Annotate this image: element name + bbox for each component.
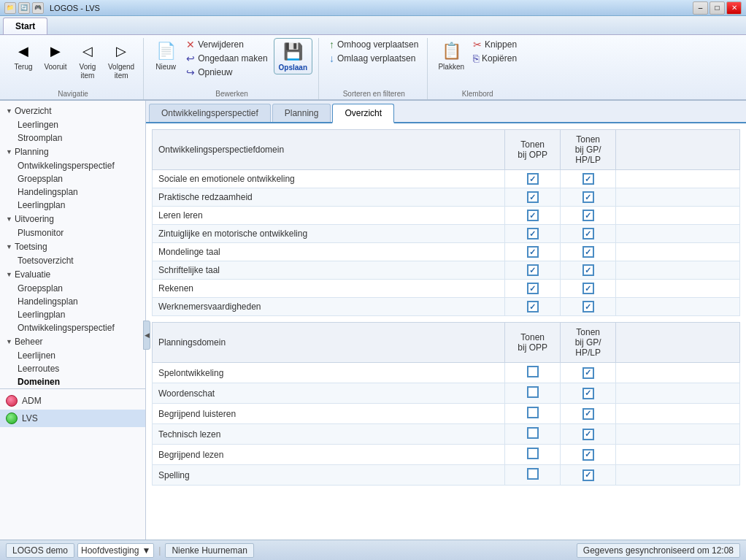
- gp-checkbox[interactable]: [582, 469, 594, 481]
- omhoog-button[interactable]: ↑ Omhoog verplaatsen: [326, 38, 421, 51]
- tab-start[interactable]: Start: [3, 18, 47, 34]
- gp-checkbox[interactable]: [582, 210, 594, 221]
- gp-checkbox[interactable]: [582, 283, 594, 294]
- close-button[interactable]: ✕: [726, 1, 742, 15]
- opp-checkbox[interactable]: [527, 448, 539, 459]
- sidebar-item-eval-handelingsplan[interactable]: Handelingsplan: [0, 295, 145, 308]
- sidebar-item-groepsplan[interactable]: Groepsplan: [0, 172, 145, 185]
- row-opp-check[interactable]: [505, 261, 561, 280]
- row-opp-check[interactable]: [505, 170, 561, 188]
- sidebar-section-beheer[interactable]: ▼ Beheer: [0, 334, 145, 349]
- statusbar-location[interactable]: Hoofdvestiging ▼: [77, 543, 154, 558]
- sidebar-section-uitvoering[interactable]: ▼ Uitvoering: [0, 212, 145, 226]
- maximize-button[interactable]: □: [710, 1, 725, 15]
- opp-checkbox[interactable]: [527, 228, 539, 239]
- opp-checkbox[interactable]: [527, 366, 539, 377]
- row-gp-check[interactable]: [561, 261, 616, 280]
- row-gp-check[interactable]: [561, 404, 616, 424]
- sidebar-item-eval-groepsplan[interactable]: Groepsplan: [0, 282, 145, 295]
- sidebar-section-evaluatie[interactable]: ▼ Evaluatie: [0, 267, 145, 282]
- tab-ontwikkelingsperspectief[interactable]: Ontwikkelingsperspectief: [149, 104, 271, 122]
- gp-checkbox[interactable]: [582, 246, 594, 258]
- row-gp-check[interactable]: [561, 225, 616, 243]
- opp-checkbox[interactable]: [527, 468, 539, 480]
- terug-button[interactable]: ◀ Terug: [9, 38, 38, 73]
- row-gp-check[interactable]: [561, 280, 616, 298]
- opp-checkbox[interactable]: [527, 407, 539, 418]
- opp-checkbox[interactable]: [527, 246, 539, 258]
- gp-checkbox[interactable]: [582, 264, 594, 276]
- row-opp-check[interactable]: [505, 243, 561, 261]
- user-adm[interactable]: ADM: [0, 392, 145, 410]
- gp-checkbox[interactable]: [582, 191, 594, 203]
- omlaag-button[interactable]: ↓ Omlaag verplaatsen: [326, 52, 421, 65]
- sidebar-item-handelingsplan[interactable]: Handelingsplan: [0, 185, 145, 199]
- gp-checkbox[interactable]: [582, 367, 594, 379]
- opp-checkbox[interactable]: [527, 173, 539, 185]
- opp-checkbox[interactable]: [527, 210, 539, 221]
- volgend-item-button[interactable]: ▷ Volgend item: [105, 38, 137, 82]
- tab-planning[interactable]: Planning: [272, 104, 331, 122]
- opp-checkbox[interactable]: [527, 427, 539, 439]
- sidebar-item-leerlijnen[interactable]: Leerlijnen: [0, 349, 145, 362]
- row-gp-check[interactable]: [561, 188, 616, 207]
- row-gp-check[interactable]: [561, 445, 616, 465]
- row-gp-check[interactable]: [561, 383, 616, 404]
- row-gp-check[interactable]: [561, 424, 616, 445]
- sidebar-item-leerlingen[interactable]: Leerlingen: [0, 118, 145, 131]
- sidebar-item-eval-leerlingplan[interactable]: Leerlingplan: [0, 308, 145, 321]
- vorig-item-button[interactable]: ◁ Vorig item: [73, 38, 102, 82]
- row-opp-check[interactable]: [505, 424, 561, 445]
- sidebar-item-ontwikkelingsperspectief[interactable]: Ontwikkelingsperspectief: [0, 159, 145, 172]
- opp-checkbox[interactable]: [527, 283, 539, 294]
- nieuw-button[interactable]: 📄 Nieuw: [151, 38, 180, 73]
- row-opp-check[interactable]: [505, 280, 561, 298]
- sidebar-item-eval-ontwikkelingsperspectief[interactable]: Ontwikkelingsperspectief: [0, 321, 145, 334]
- tab-overzicht[interactable]: Overzicht: [332, 104, 394, 123]
- row-opp-check[interactable]: [505, 363, 561, 383]
- gp-checkbox[interactable]: [582, 301, 594, 312]
- sidebar-section-overzicht[interactable]: ▼ Overzicht: [0, 104, 145, 118]
- row-opp-check[interactable]: [505, 188, 561, 207]
- gp-checkbox[interactable]: [582, 173, 594, 185]
- plakken-button[interactable]: 📋 Plakken: [435, 38, 467, 73]
- gp-checkbox[interactable]: [582, 408, 594, 420]
- opslaan-button[interactable]: 💾 Opslaan: [274, 38, 312, 74]
- row-opp-check[interactable]: [505, 383, 561, 404]
- sidebar-item-domeinen[interactable]: Domeinen: [0, 375, 145, 388]
- row-opp-check[interactable]: [505, 298, 561, 316]
- sidebar-toggle[interactable]: ◀: [143, 321, 150, 350]
- row-gp-check[interactable]: [561, 363, 616, 383]
- ongedaan-maken-button[interactable]: ↩ Ongedaan maken: [183, 52, 270, 65]
- gp-checkbox[interactable]: [582, 429, 594, 440]
- opp-checkbox[interactable]: [527, 301, 539, 312]
- row-gp-check[interactable]: [561, 207, 616, 225]
- sidebar-section-toetsing[interactable]: ▼ Toetsing: [0, 239, 145, 254]
- row-opp-check[interactable]: [505, 207, 561, 225]
- row-opp-check[interactable]: [505, 225, 561, 243]
- sidebar-item-stroomplan[interactable]: Stroomplan: [0, 131, 145, 145]
- minimize-button[interactable]: –: [693, 1, 708, 15]
- window-controls[interactable]: – □ ✕: [693, 1, 742, 15]
- sidebar-item-leerroutes[interactable]: Leerroutes: [0, 362, 145, 375]
- row-gp-check[interactable]: [561, 298, 616, 316]
- row-opp-check[interactable]: [505, 404, 561, 424]
- gp-checkbox[interactable]: [582, 228, 594, 239]
- sidebar-section-planning[interactable]: ▼ Planning: [0, 145, 145, 159]
- row-opp-check[interactable]: [505, 465, 561, 486]
- sidebar-item-plusmonitor[interactable]: Plusmonitor: [0, 226, 145, 239]
- user-lvs[interactable]: LVS: [0, 410, 145, 427]
- opp-checkbox[interactable]: [527, 386, 539, 398]
- kopieren-button[interactable]: ⎘ Kopiëren: [470, 52, 520, 65]
- gp-checkbox[interactable]: [582, 388, 594, 399]
- opp-checkbox[interactable]: [527, 191, 539, 203]
- row-gp-check[interactable]: [561, 170, 616, 188]
- opnieuw-button[interactable]: ↪ Opnieuw: [183, 66, 270, 79]
- verwijderen-button[interactable]: ✕ Verwijderen: [183, 38, 270, 51]
- opp-checkbox[interactable]: [527, 264, 539, 276]
- row-gp-check[interactable]: [561, 465, 616, 486]
- sidebar-item-toetsoverzicht[interactable]: Toetsoverzicht: [0, 254, 145, 267]
- vooruit-button[interactable]: ▶ Vooruit: [41, 38, 70, 73]
- sidebar-item-leerlingplan[interactable]: Leerlingplan: [0, 199, 145, 212]
- gp-checkbox[interactable]: [582, 449, 594, 461]
